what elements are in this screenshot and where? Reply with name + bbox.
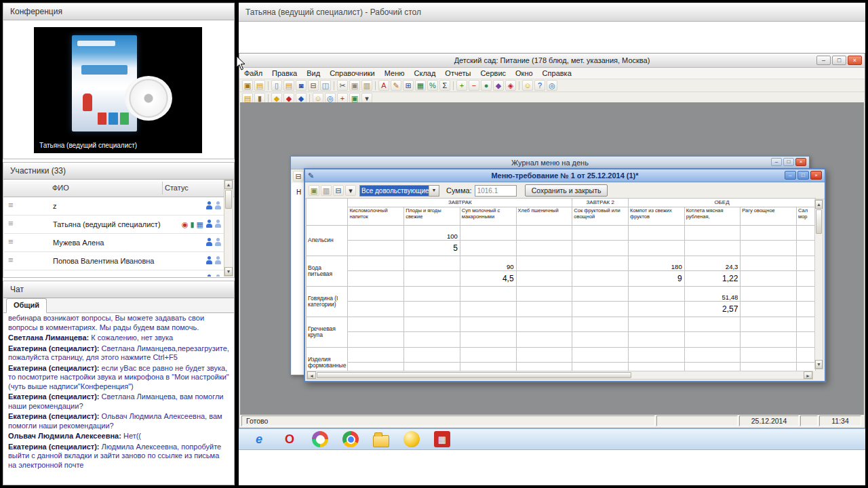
grid-cell[interactable]	[684, 317, 741, 332]
grid-cell[interactable]	[404, 348, 460, 363]
scroll-thumb[interactable]	[317, 372, 631, 378]
grid-cell[interactable]	[516, 226, 572, 241]
grid-cell[interactable]	[741, 332, 797, 348]
grid-cell[interactable]: 100	[404, 226, 460, 241]
yellow-ball-icon[interactable]	[403, 431, 420, 447]
dialog-horizontal-scrollbar[interactable]: ◄ ►	[307, 371, 813, 380]
save-icon[interactable]: ▣	[309, 185, 319, 196]
grid-cell[interactable]	[516, 302, 572, 317]
scroll-down-icon[interactable]: ▼	[224, 267, 233, 276]
grid-cell[interactable]	[797, 256, 816, 271]
grid-cell[interactable]	[572, 317, 629, 332]
grid-cell[interactable]	[572, 363, 629, 371]
participant-row[interactable]: ≡	[4, 270, 224, 277]
participants-scrollbar[interactable]: ▲ ▼	[224, 180, 233, 277]
grid-cell[interactable]: 5	[404, 241, 460, 256]
grid-cell[interactable]	[460, 226, 516, 241]
folder-icon[interactable]: ▤	[254, 80, 265, 91]
internet-explorer-icon[interactable]: e	[251, 431, 267, 447]
dropdown-arrow-icon[interactable]: ▾	[345, 185, 356, 196]
grid-cell[interactable]	[684, 363, 741, 371]
chrome-icon[interactable]	[342, 431, 359, 447]
print-icon[interactable]: ⊟	[308, 80, 319, 91]
grid-cell[interactable]	[684, 241, 741, 256]
grid-cell[interactable]	[629, 332, 685, 348]
grid-cell[interactable]	[516, 348, 572, 363]
grid-cell[interactable]	[348, 256, 404, 271]
table-icon[interactable]: ⊞	[403, 80, 414, 91]
grid-cell[interactable]: 4,5	[460, 271, 516, 287]
grid-cell[interactable]	[684, 332, 741, 348]
grid-cell[interactable]	[741, 302, 797, 317]
grid-cell[interactable]	[797, 287, 816, 302]
grid-cell[interactable]	[797, 348, 816, 363]
grid-cell[interactable]	[404, 363, 460, 371]
copy-icon[interactable]: ▣	[349, 80, 360, 91]
grid-cell[interactable]	[348, 271, 404, 287]
grid-cell[interactable]	[572, 332, 629, 348]
folder-icon[interactable]	[373, 435, 389, 447]
grid-cell[interactable]: 24,3	[684, 256, 741, 271]
cut-icon[interactable]: ✂	[337, 80, 348, 91]
scroll-up-icon[interactable]: ▲	[224, 180, 233, 189]
save-icon[interactable]: ◙	[296, 80, 307, 91]
grid-cell[interactable]: 180	[629, 256, 685, 271]
menu-item-6[interactable]: Склад	[410, 68, 441, 79]
grid-icon[interactable]: ▦	[415, 80, 426, 91]
module-icon[interactable]: ◆	[493, 80, 504, 91]
grid-cell[interactable]	[572, 287, 629, 302]
combo-arrow-icon[interactable]: ▼	[429, 186, 439, 196]
grid-cell[interactable]	[516, 271, 572, 287]
grid-cell[interactable]	[572, 348, 629, 363]
grid-cell[interactable]	[572, 241, 629, 256]
grid-cell[interactable]	[516, 241, 572, 256]
menu-item-5[interactable]: Меню	[380, 68, 410, 79]
participants-list[interactable]: ≡z≡Татьяна (ведущий специалист)◉▮▦≡Мужев…	[4, 197, 224, 277]
menu-item-7[interactable]: Отчеты	[440, 68, 475, 79]
grid-cell[interactable]	[629, 363, 685, 371]
grid-cell[interactable]	[460, 317, 516, 332]
grid-cell[interactable]	[797, 226, 816, 241]
grid-cell[interactable]	[460, 287, 516, 302]
mark-icon[interactable]: ◈	[505, 80, 516, 91]
grid-cell[interactable]: 9	[629, 271, 685, 287]
grid-cell[interactable]	[348, 348, 404, 363]
grid-cell[interactable]	[460, 302, 516, 317]
grid-cell[interactable]	[516, 332, 572, 348]
add-icon[interactable]: +	[456, 80, 467, 91]
participant-row[interactable]: ≡Татьяна (ведущий специалист)◉▮▦	[4, 216, 224, 234]
grid-cell[interactable]	[741, 271, 797, 287]
help-icon[interactable]: ?	[534, 80, 545, 91]
grid-cell[interactable]	[629, 348, 685, 363]
grid-cell[interactable]	[572, 302, 629, 317]
grid-cell[interactable]	[684, 348, 741, 363]
drag-handle-icon[interactable]: ≡	[8, 201, 14, 210]
app-titlebar[interactable]: Детский сад: Питание (178 блюд, мет. ука…	[239, 54, 865, 68]
scroll-thumb[interactable]	[816, 209, 822, 234]
web-icon[interactable]: ◎	[547, 80, 557, 91]
grid-cell[interactable]	[404, 302, 460, 317]
grid-cell[interactable]	[348, 226, 404, 241]
percent-icon[interactable]: %	[427, 80, 438, 91]
remove-icon[interactable]: −	[469, 80, 479, 91]
grid-cell[interactable]	[629, 302, 685, 317]
ok-icon[interactable]: ●	[481, 80, 492, 91]
grid-cell[interactable]	[404, 271, 460, 287]
grid-cell[interactable]	[572, 271, 629, 287]
grid-cell[interactable]	[629, 317, 685, 332]
grid-cell[interactable]	[797, 317, 816, 332]
font-icon[interactable]: А	[378, 80, 389, 91]
grid-cell[interactable]: 2,57	[684, 302, 741, 317]
red-app-icon[interactable]: ▦	[434, 431, 450, 447]
print-icon[interactable]: ⊟	[333, 185, 344, 196]
grid-cell[interactable]	[629, 287, 685, 302]
sum-icon[interactable]: Σ	[439, 80, 450, 91]
preview-icon[interactable]: ◫	[320, 80, 331, 91]
grid-cell[interactable]	[629, 226, 685, 241]
open-icon[interactable]: ▤	[283, 80, 294, 91]
participant-row[interactable]: ≡Мужева Алена	[4, 234, 224, 252]
grid-cell[interactable]	[741, 256, 797, 271]
grid-cell[interactable]	[404, 287, 460, 302]
grid-cell[interactable]	[404, 256, 460, 271]
grid-cell[interactable]: 90	[460, 256, 516, 271]
